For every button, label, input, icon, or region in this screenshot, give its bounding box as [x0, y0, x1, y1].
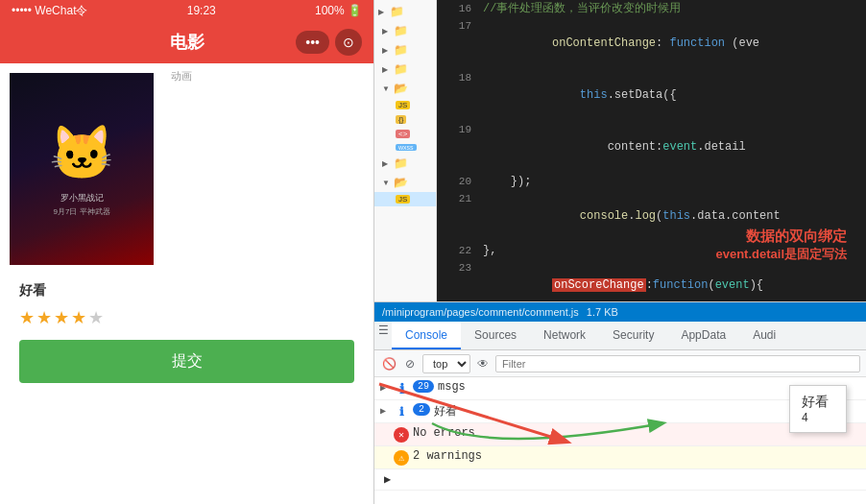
devtools-tabs: ☰ Console Sources Network Security AppDa… [374, 322, 866, 350]
circle-button[interactable]: ⊙ [335, 29, 362, 56]
code-content: //事件处理函数，当评价改变的时候用 [483, 0, 858, 17]
tab-sources[interactable]: Sources [461, 322, 530, 349]
top-nav-bar: 电影 ••• ⊙ [0, 21, 373, 63]
code-editor: 16 //事件处理函数，当评价改变的时候用 17 onContentChange… [437, 0, 866, 301]
code-content: onScoreChange:function(event){ [483, 259, 858, 301]
tree-arrow-icon: ▼ [382, 179, 392, 187]
tree-item-5[interactable]: ▼ 📂 [374, 79, 436, 98]
expand-icon[interactable]: ▶ [380, 380, 394, 394]
warnings-text: 2 warnings [413, 449, 860, 463]
star-1[interactable]: ★ [19, 307, 35, 328]
movie-genre: 动画 [171, 69, 366, 84]
wxss-badge: wxss [396, 144, 417, 151]
star-2[interactable]: ★ [36, 307, 52, 328]
tree-arrow-icon: ▶ [382, 159, 392, 168]
submit-button[interactable]: 提交 [19, 340, 354, 383]
warning-icon: ⚠ [394, 450, 409, 466]
haokang-count: 2 [413, 403, 430, 416]
tree-item-2[interactable]: ▶ 📁 [374, 21, 436, 40]
movie-detail: 动画 [163, 63, 373, 275]
tab-network[interactable]: Network [530, 322, 599, 349]
code-line-21: 21 console.log(this.data.content [437, 190, 866, 242]
code-area: ▶ 📁 ▶ 📁 ▶ 📁 ▶ 📁 ▼ 📂 JS [374, 0, 866, 302]
file-tree: ▶ 📁 ▶ 📁 ▶ 📁 ▶ 📁 ▼ 📂 JS [374, 0, 437, 301]
filter-input[interactable] [495, 355, 860, 372]
tree-file-wxss[interactable]: wxss [374, 141, 436, 154]
code-content: content:event.detail [483, 121, 858, 173]
folder-icon: 📁 [390, 5, 404, 18]
sidebar-toggle-icon[interactable]: ☰ [374, 322, 392, 339]
code-line-23: 23 onScoreChange:function(event){ [437, 259, 866, 301]
folder-open-icon: 📂 [394, 82, 408, 95]
tab-audit[interactable]: Audi [739, 322, 789, 349]
tree-arrow-icon: ▶ [378, 8, 388, 16]
movie-poster: 🐱 罗小黑战记 9月7日 平神武器 [10, 73, 154, 265]
code-content: onContentChange: function (eve [483, 17, 858, 69]
code-content: }, [483, 242, 858, 259]
tree-item-3[interactable]: ▶ 📁 [374, 40, 436, 60]
tree-item-4[interactable]: ▶ 📁 [374, 60, 436, 79]
tree-file-wxml[interactable]: <> [374, 127, 436, 141]
line-number: 20 [445, 173, 471, 190]
tree-arrow-icon: ▶ [382, 27, 392, 36]
line-number: 18 [445, 69, 471, 86]
signal-text: ••••• WeChat令 [12, 3, 87, 19]
json-badge: {} [396, 115, 406, 124]
expand-icon [380, 426, 394, 428]
output-number: 4 [802, 411, 834, 424]
js-badge: JS [396, 101, 410, 109]
error-icon: ✕ [394, 427, 409, 443]
tree-arrow-icon: ▶ [382, 65, 392, 74]
devtools-bottom: ☰ Console Sources Network Security AppDa… [374, 322, 866, 504]
tree-file-js-active[interactable]: JS [374, 192, 436, 206]
console-toolbar: 🚫 ⊘ top 👁 [374, 350, 866, 377]
star-3[interactable]: ★ [54, 307, 69, 328]
js-badge-active: JS [396, 195, 410, 204]
devtools-panel: ▶ 📁 ▶ 📁 ▶ 📁 ▶ 📁 ▼ 📂 JS [374, 0, 866, 504]
stars-rating[interactable]: ★ ★ ★ ★ ★ [10, 303, 364, 332]
code-content: this.setData({ [483, 69, 858, 121]
file-size: 1.7 KB [587, 306, 618, 318]
tree-file-json[interactable]: {} [374, 112, 436, 127]
code-line-17: 17 onContentChange: function (eve [437, 17, 866, 69]
movie-title-cn: 罗小黑战记 [57, 192, 108, 204]
tab-security[interactable]: Security [599, 322, 667, 349]
code-line-18: 18 this.setData({ [437, 69, 866, 121]
line-number: 23 [445, 259, 471, 276]
battery-text: 100% 🔋 [315, 4, 362, 17]
tree-arrow-icon: ▼ [382, 84, 392, 93]
tab-console[interactable]: Console [392, 322, 461, 349]
star-5[interactable]: ★ [88, 307, 104, 328]
expand-more-icon[interactable]: ▶ [380, 472, 391, 487]
code-line-20: 20 }); [437, 173, 866, 190]
line-number: 16 [445, 0, 471, 17]
info-icon: ℹ [394, 381, 409, 396]
code-line-19: 19 content:event.detail [437, 121, 866, 173]
context-select[interactable]: top [422, 354, 470, 373]
dots-button[interactable]: ••• [296, 31, 329, 54]
tab-appdata[interactable]: AppData [667, 322, 739, 349]
file-path-bar: /miniprogram/pages/comment/comment.js 1.… [374, 302, 866, 322]
msg-count: 29 [413, 380, 434, 393]
clear-icon[interactable]: 🚫 [380, 355, 397, 372]
tree-file-js[interactable]: JS [374, 98, 436, 112]
star-4[interactable]: ★ [71, 307, 86, 328]
wxml-badge: <> [396, 130, 410, 138]
eye-icon[interactable]: 👁 [474, 355, 492, 372]
line-number: 21 [445, 190, 471, 207]
tree-item-6[interactable]: ▶ 📁 [374, 154, 436, 173]
output-panel: 好看 4 [789, 385, 847, 433]
movie-content: 🐱 罗小黑战记 9月7日 平神武器 动画 好看 ★ ★ ★ ★ ★ 提交 [0, 63, 373, 504]
expand-icon [380, 449, 394, 451]
code-line-22: 22 }, [437, 242, 866, 259]
tree-item-root[interactable]: ▶ 📁 [374, 2, 436, 21]
movie-character-icon: 🐱 [49, 122, 115, 184]
code-content: console.log(this.data.content [483, 190, 858, 242]
code-line-16: 16 //事件处理函数，当评价改变的时候用 [437, 0, 866, 17]
tree-item-7[interactable]: ▼ 📂 [374, 173, 436, 192]
line-number: 19 [445, 121, 471, 138]
page-title: 电影 [170, 31, 204, 54]
console-row-warnings: ⚠ 2 warnings [374, 446, 866, 469]
block-icon[interactable]: ⊘ [401, 355, 419, 372]
expand-icon[interactable]: ▶ [380, 403, 394, 417]
